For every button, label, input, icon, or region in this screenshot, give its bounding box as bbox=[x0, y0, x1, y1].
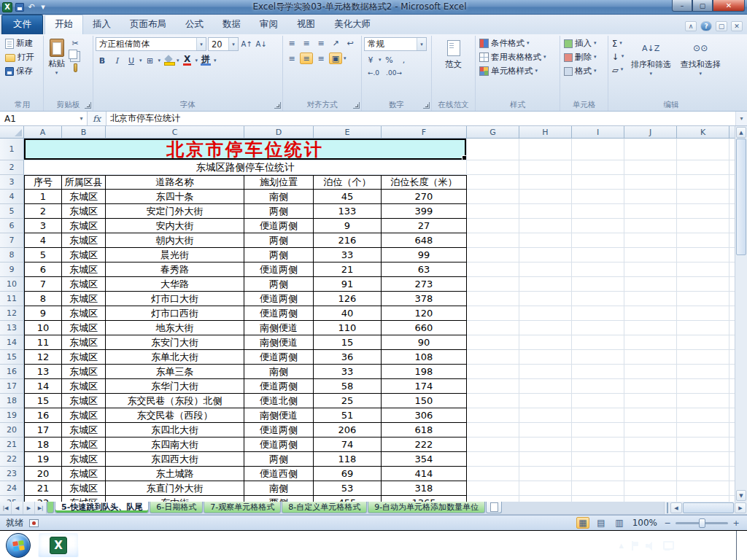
cell[interactable] bbox=[677, 394, 729, 408]
cell[interactable] bbox=[572, 292, 624, 306]
cell[interactable]: 660 bbox=[382, 321, 467, 335]
ribbon-tab-插入[interactable]: 插入 bbox=[83, 15, 120, 34]
cell[interactable]: 东城区 bbox=[62, 481, 106, 496]
cell[interactable]: 150 bbox=[382, 394, 467, 408]
cell[interactable] bbox=[677, 379, 729, 394]
cell[interactable]: 9 bbox=[314, 219, 382, 233]
cell[interactable]: 春秀路 bbox=[106, 262, 244, 277]
cell[interactable]: 南侧便道 bbox=[244, 335, 314, 350]
cell[interactable]: 27 bbox=[382, 219, 467, 233]
cell[interactable] bbox=[467, 190, 519, 204]
cell[interactable]: 便道两侧 bbox=[244, 379, 314, 394]
cell[interactable] bbox=[677, 277, 729, 292]
save-icon[interactable] bbox=[15, 3, 24, 12]
cell[interactable]: 南侧便道 bbox=[244, 321, 314, 335]
cell[interactable]: 40 bbox=[314, 306, 382, 321]
cell[interactable] bbox=[572, 408, 624, 423]
collapse-ribbon-icon[interactable]: ∧ bbox=[685, 21, 697, 31]
cell[interactable]: 东城区 bbox=[62, 365, 106, 379]
cell[interactable]: 20 bbox=[24, 467, 62, 481]
cell[interactable]: 便道两侧 bbox=[244, 438, 314, 452]
column-header-F[interactable]: F bbox=[382, 126, 467, 139]
cell[interactable] bbox=[624, 190, 677, 204]
cell[interactable]: 354 bbox=[382, 452, 467, 467]
cell[interactable]: 东中街 bbox=[106, 496, 244, 502]
cell[interactable]: 东城区 bbox=[62, 190, 106, 204]
copy-button[interactable] bbox=[69, 50, 82, 61]
sheet-tab[interactable]: 9-自动为单元格添加数量单位 bbox=[368, 502, 485, 513]
cell[interactable]: 东交民巷（东段）北侧 bbox=[106, 394, 244, 408]
cell[interactable] bbox=[572, 438, 624, 452]
horizontal-scroll-thumb[interactable] bbox=[683, 502, 734, 513]
column-header-C[interactable]: C bbox=[106, 126, 244, 139]
cell[interactable] bbox=[519, 438, 572, 452]
workbook-restore-icon[interactable]: ▢ bbox=[716, 21, 727, 31]
cell[interactable] bbox=[572, 467, 624, 481]
cell[interactable] bbox=[467, 481, 519, 496]
row-header-20[interactable]: 20 bbox=[0, 423, 24, 438]
cell[interactable] bbox=[467, 394, 519, 408]
cell[interactable]: 东城区 bbox=[62, 423, 106, 438]
cell[interactable]: 东华门大街 bbox=[106, 379, 244, 394]
cell[interactable] bbox=[677, 481, 729, 496]
currency-dropdown-icon[interactable]: ▾ bbox=[379, 58, 382, 63]
cell[interactable]: 东土城路 bbox=[106, 467, 244, 481]
cell[interactable]: 两侧 bbox=[244, 233, 314, 248]
cell[interactable]: 东城区 bbox=[62, 204, 106, 219]
first-sheet-button[interactable]: |◀ bbox=[0, 502, 12, 514]
cell[interactable] bbox=[519, 190, 572, 204]
zoom-thumb[interactable] bbox=[699, 518, 705, 528]
cell[interactable] bbox=[624, 306, 677, 321]
scroll-up-icon[interactable]: ▲ bbox=[736, 127, 746, 138]
cell[interactable]: 53 bbox=[314, 481, 382, 496]
ribbon-tab-文件[interactable]: 文件 bbox=[1, 15, 43, 34]
cell[interactable]: 1 bbox=[24, 190, 62, 204]
currency-button[interactable]: ¥ bbox=[364, 54, 377, 66]
row-header-23[interactable]: 23 bbox=[0, 467, 24, 481]
cell[interactable]: 110 bbox=[314, 321, 382, 335]
cell[interactable]: 东城区 bbox=[62, 452, 106, 467]
cell[interactable]: 便道两侧 bbox=[244, 423, 314, 438]
cell[interactable]: 9 bbox=[24, 306, 62, 321]
name-box-dropdown-icon[interactable]: ▾ bbox=[76, 115, 87, 122]
cell[interactable] bbox=[624, 139, 677, 160]
cell[interactable]: 455 bbox=[314, 496, 382, 502]
cell[interactable]: 东城区 bbox=[62, 335, 106, 350]
cell[interactable]: 25 bbox=[314, 394, 382, 408]
cell[interactable]: 206 bbox=[314, 423, 382, 438]
vertical-scrollbar[interactable]: ▲ ▼ bbox=[735, 126, 747, 502]
excel-app-icon[interactable]: X bbox=[2, 2, 12, 12]
cell[interactable]: 90 bbox=[382, 335, 467, 350]
cell[interactable]: 东城区 bbox=[62, 438, 106, 452]
cell[interactable] bbox=[572, 262, 624, 277]
cell[interactable] bbox=[572, 379, 624, 394]
cell[interactable] bbox=[519, 139, 572, 160]
cell[interactable] bbox=[572, 277, 624, 292]
cell[interactable] bbox=[467, 408, 519, 423]
action-center-icon[interactable] bbox=[630, 541, 639, 551]
column-header-A[interactable]: A bbox=[24, 126, 62, 139]
format-cells-button[interactable]: 格式▾ bbox=[562, 65, 605, 77]
cell[interactable]: 东城区 bbox=[62, 306, 106, 321]
clipboard-dialog-launcher-icon[interactable] bbox=[85, 102, 91, 109]
cell[interactable] bbox=[624, 335, 677, 350]
cell[interactable]: 99 bbox=[382, 248, 467, 262]
scroll-down-icon[interactable]: ▼ bbox=[736, 490, 746, 501]
underline-button[interactable]: U bbox=[125, 55, 138, 66]
cell[interactable] bbox=[467, 175, 519, 190]
cell[interactable]: 21 bbox=[314, 262, 382, 277]
cell[interactable]: 东城区 bbox=[62, 467, 106, 481]
cell-header[interactable]: 施划位置 bbox=[244, 175, 314, 190]
cell[interactable] bbox=[572, 139, 624, 160]
cell[interactable]: 108 bbox=[382, 350, 467, 365]
cell[interactable]: 91 bbox=[314, 277, 382, 292]
merge-dropdown-icon[interactable]: ▾ bbox=[344, 56, 347, 61]
row-header-19[interactable]: 19 bbox=[0, 408, 24, 423]
cell[interactable]: 1365 bbox=[382, 496, 467, 502]
cell[interactable]: 5 bbox=[24, 248, 62, 262]
cell[interactable]: 69 bbox=[314, 467, 382, 481]
cell[interactable]: 2 bbox=[24, 204, 62, 219]
cell[interactable]: 8 bbox=[24, 292, 62, 306]
cell[interactable] bbox=[624, 423, 677, 438]
cell[interactable] bbox=[467, 438, 519, 452]
